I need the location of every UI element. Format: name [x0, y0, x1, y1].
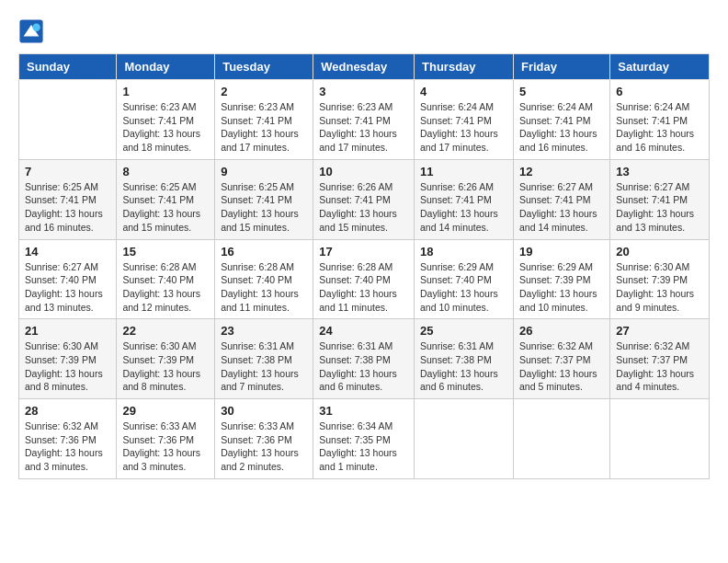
day-info: Sunrise: 6:28 AM Sunset: 7:40 PM Dayligh…: [221, 260, 307, 315]
calendar-cell: 9Sunrise: 6:25 AM Sunset: 7:41 PM Daylig…: [215, 159, 313, 239]
calendar-week-3: 14Sunrise: 6:27 AM Sunset: 7:40 PM Dayli…: [19, 239, 710, 319]
day-number: 23: [221, 324, 307, 338]
calendar-cell: 18Sunrise: 6:29 AM Sunset: 7:40 PM Dayli…: [415, 239, 514, 319]
header-thursday: Thursday: [415, 54, 514, 80]
logo-icon: [18, 18, 44, 44]
day-info: Sunrise: 6:23 AM Sunset: 7:41 PM Dayligh…: [221, 100, 307, 155]
calendar-cell: 10Sunrise: 6:26 AM Sunset: 7:41 PM Dayli…: [313, 159, 415, 239]
calendar-cell: 30Sunrise: 6:33 AM Sunset: 7:36 PM Dayli…: [215, 399, 313, 479]
calendar-cell: 5Sunrise: 6:24 AM Sunset: 7:41 PM Daylig…: [513, 80, 609, 160]
day-number: 28: [25, 404, 110, 418]
calendar-cell: 4Sunrise: 6:24 AM Sunset: 7:41 PM Daylig…: [415, 80, 514, 160]
day-info: Sunrise: 6:29 AM Sunset: 7:40 PM Dayligh…: [420, 260, 507, 315]
calendar-cell: 12Sunrise: 6:27 AM Sunset: 7:41 PM Dayli…: [513, 159, 609, 239]
day-number: 19: [519, 245, 604, 259]
calendar-cell: 3Sunrise: 6:23 AM Sunset: 7:41 PM Daylig…: [313, 80, 415, 160]
day-number: 11: [420, 165, 507, 178]
svg-point-2: [32, 24, 40, 31]
day-number: 30: [221, 404, 307, 418]
day-number: 9: [221, 165, 307, 178]
day-info: Sunrise: 6:31 AM Sunset: 7:38 PM Dayligh…: [420, 339, 507, 394]
day-number: 13: [616, 165, 703, 178]
day-number: 16: [221, 245, 307, 259]
calendar-cell: 31Sunrise: 6:34 AM Sunset: 7:35 PM Dayli…: [313, 399, 415, 479]
day-info: Sunrise: 6:30 AM Sunset: 7:39 PM Dayligh…: [122, 339, 209, 394]
day-info: Sunrise: 6:31 AM Sunset: 7:38 PM Dayligh…: [319, 339, 408, 394]
day-number: 8: [122, 165, 209, 178]
calendar-cell: 23Sunrise: 6:31 AM Sunset: 7:38 PM Dayli…: [215, 319, 313, 399]
calendar-cell: 8Sunrise: 6:25 AM Sunset: 7:41 PM Daylig…: [117, 159, 215, 239]
day-info: Sunrise: 6:24 AM Sunset: 7:41 PM Dayligh…: [420, 100, 507, 155]
header-wednesday: Wednesday: [313, 54, 415, 80]
calendar-cell: 11Sunrise: 6:26 AM Sunset: 7:41 PM Dayli…: [415, 159, 514, 239]
day-info: Sunrise: 6:30 AM Sunset: 7:39 PM Dayligh…: [25, 339, 110, 394]
logo: [18, 18, 46, 44]
calendar-cell: [513, 399, 609, 479]
day-info: Sunrise: 6:31 AM Sunset: 7:38 PM Dayligh…: [221, 339, 307, 394]
day-number: 27: [616, 324, 703, 338]
header-monday: Monday: [117, 54, 215, 80]
day-number: 5: [519, 85, 604, 98]
calendar-week-5: 28Sunrise: 6:32 AM Sunset: 7:36 PM Dayli…: [19, 399, 710, 479]
day-info: Sunrise: 6:25 AM Sunset: 7:41 PM Dayligh…: [122, 180, 209, 235]
calendar-cell: 25Sunrise: 6:31 AM Sunset: 7:38 PM Dayli…: [415, 319, 514, 399]
day-number: 20: [616, 245, 703, 259]
day-number: 2: [221, 85, 307, 98]
day-info: Sunrise: 6:32 AM Sunset: 7:37 PM Dayligh…: [616, 339, 703, 394]
day-info: Sunrise: 6:27 AM Sunset: 7:41 PM Dayligh…: [519, 180, 604, 235]
calendar-cell: 16Sunrise: 6:28 AM Sunset: 7:40 PM Dayli…: [215, 239, 313, 319]
header-sunday: Sunday: [19, 54, 117, 80]
calendar-week-2: 7Sunrise: 6:25 AM Sunset: 7:41 PM Daylig…: [19, 159, 710, 239]
header-friday: Friday: [513, 54, 609, 80]
calendar-cell: 13Sunrise: 6:27 AM Sunset: 7:41 PM Dayli…: [610, 159, 710, 239]
page-header: [18, 18, 710, 44]
calendar-header-row: SundayMondayTuesdayWednesdayThursdayFrid…: [19, 54, 710, 80]
calendar-cell: 15Sunrise: 6:28 AM Sunset: 7:40 PM Dayli…: [117, 239, 215, 319]
calendar-cell: 29Sunrise: 6:33 AM Sunset: 7:36 PM Dayli…: [117, 399, 215, 479]
calendar-table: SundayMondayTuesdayWednesdayThursdayFrid…: [18, 53, 710, 479]
calendar-cell: 20Sunrise: 6:30 AM Sunset: 7:39 PM Dayli…: [610, 239, 710, 319]
day-number: 17: [319, 245, 408, 259]
day-number: 24: [319, 324, 408, 338]
calendar-cell: 14Sunrise: 6:27 AM Sunset: 7:40 PM Dayli…: [19, 239, 117, 319]
calendar-cell: 27Sunrise: 6:32 AM Sunset: 7:37 PM Dayli…: [610, 319, 710, 399]
day-info: Sunrise: 6:32 AM Sunset: 7:36 PM Dayligh…: [25, 419, 110, 474]
day-info: Sunrise: 6:24 AM Sunset: 7:41 PM Dayligh…: [616, 100, 703, 155]
day-info: Sunrise: 6:27 AM Sunset: 7:41 PM Dayligh…: [616, 180, 703, 235]
day-number: 31: [319, 404, 408, 418]
day-info: Sunrise: 6:26 AM Sunset: 7:41 PM Dayligh…: [319, 180, 408, 235]
day-number: 12: [519, 165, 604, 178]
day-info: Sunrise: 6:25 AM Sunset: 7:41 PM Dayligh…: [25, 180, 110, 235]
calendar-cell: 21Sunrise: 6:30 AM Sunset: 7:39 PM Dayli…: [19, 319, 117, 399]
calendar-cell: 19Sunrise: 6:29 AM Sunset: 7:39 PM Dayli…: [513, 239, 609, 319]
day-number: 25: [420, 324, 507, 338]
day-number: 18: [420, 245, 507, 259]
day-info: Sunrise: 6:33 AM Sunset: 7:36 PM Dayligh…: [122, 419, 209, 474]
calendar-cell: 2Sunrise: 6:23 AM Sunset: 7:41 PM Daylig…: [215, 80, 313, 160]
day-number: 22: [122, 324, 209, 338]
day-info: Sunrise: 6:27 AM Sunset: 7:40 PM Dayligh…: [25, 260, 110, 315]
day-info: Sunrise: 6:25 AM Sunset: 7:41 PM Dayligh…: [221, 180, 307, 235]
day-info: Sunrise: 6:23 AM Sunset: 7:41 PM Dayligh…: [319, 100, 408, 155]
calendar-cell: [19, 80, 117, 160]
calendar-cell: 7Sunrise: 6:25 AM Sunset: 7:41 PM Daylig…: [19, 159, 117, 239]
header-tuesday: Tuesday: [215, 54, 313, 80]
day-number: 1: [122, 85, 209, 98]
day-info: Sunrise: 6:30 AM Sunset: 7:39 PM Dayligh…: [616, 260, 703, 315]
day-number: 3: [319, 85, 408, 98]
day-number: 7: [25, 165, 110, 178]
day-number: 26: [519, 324, 604, 338]
day-number: 4: [420, 85, 507, 98]
day-number: 10: [319, 165, 408, 178]
calendar-cell: 6Sunrise: 6:24 AM Sunset: 7:41 PM Daylig…: [610, 80, 710, 160]
day-info: Sunrise: 6:24 AM Sunset: 7:41 PM Dayligh…: [519, 100, 604, 155]
day-info: Sunrise: 6:23 AM Sunset: 7:41 PM Dayligh…: [122, 100, 209, 155]
calendar-cell: 24Sunrise: 6:31 AM Sunset: 7:38 PM Dayli…: [313, 319, 415, 399]
calendar-cell: 1Sunrise: 6:23 AM Sunset: 7:41 PM Daylig…: [117, 80, 215, 160]
day-info: Sunrise: 6:32 AM Sunset: 7:37 PM Dayligh…: [519, 339, 604, 394]
day-info: Sunrise: 6:26 AM Sunset: 7:41 PM Dayligh…: [420, 180, 507, 235]
day-info: Sunrise: 6:34 AM Sunset: 7:35 PM Dayligh…: [319, 419, 408, 474]
day-number: 14: [25, 245, 110, 259]
day-info: Sunrise: 6:33 AM Sunset: 7:36 PM Dayligh…: [221, 419, 307, 474]
day-number: 6: [616, 85, 703, 98]
